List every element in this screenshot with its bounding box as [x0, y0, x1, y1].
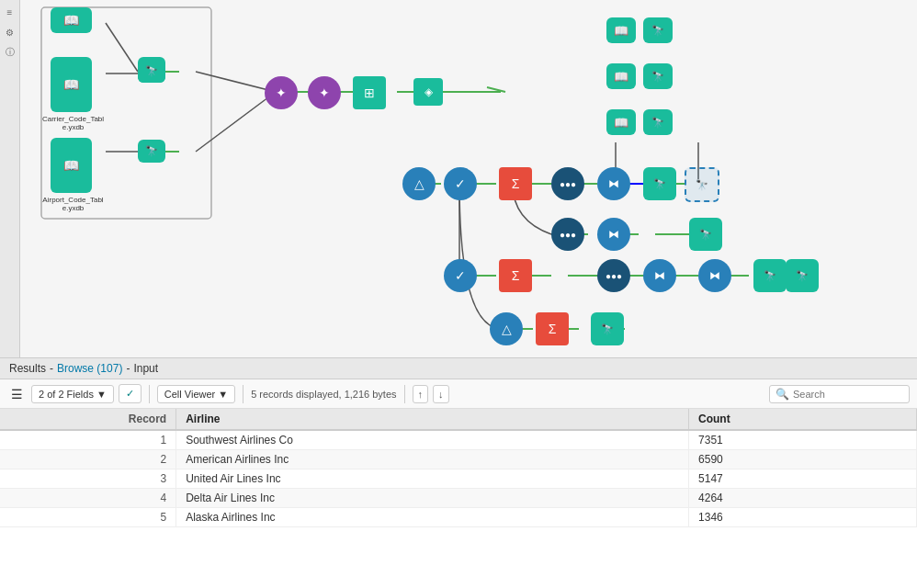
cell-record-5: 5 — [0, 508, 176, 527]
toolbar-left: ☰ 2 of 2 Fields ▼ ✓ Cell Viewer ▼ 5 reco… — [7, 384, 764, 403]
results-panel: Results - Browse (107) - Input ☰ 2 of 2 … — [0, 358, 917, 588]
node-browse-r3[interactable]: 🔭 — [643, 109, 673, 135]
search-input[interactable] — [793, 389, 903, 400]
col-header-count[interactable]: Count — [689, 409, 917, 430]
cell-count-5: 1346 — [689, 508, 917, 527]
separator-3 — [404, 385, 405, 403]
search-box: 🔍 — [769, 385, 910, 403]
node-filter-2[interactable]: ✓ — [444, 259, 477, 292]
table-row[interactable]: 4 Delta Air Lines Inc 4264 — [0, 489, 917, 508]
node-file-top[interactable]: 📖 — [51, 7, 92, 33]
table-row[interactable]: 5 Alaska Airlines Inc 1346 — [0, 508, 917, 527]
cell-record-2: 2 — [0, 450, 176, 469]
results-separator: - — [50, 362, 53, 375]
col-header-record[interactable]: Record — [0, 409, 176, 430]
node-browse-r5[interactable]: 🔭 — [689, 218, 722, 251]
node-summarize-2[interactable]: Σ — [499, 259, 532, 292]
menu-icon[interactable]: ≡ — [3, 5, 17, 19]
cell-count-1: 7351 — [689, 430, 917, 450]
node-cols-2[interactable]: ⧓ — [597, 218, 630, 251]
separator-2 — [243, 385, 243, 403]
cell-airline-3: United Air Lines Inc — [176, 469, 689, 489]
table-header: Record Airline Count — [0, 409, 917, 430]
cell-viewer-label: Cell Viewer — [164, 389, 215, 400]
table-row[interactable]: 2 American Airlines Inc 6590 — [0, 450, 917, 469]
results-separator2: - — [126, 362, 130, 375]
node-browse-r2[interactable]: 🔭 — [643, 63, 673, 89]
node-summarize-3[interactable]: Σ — [536, 312, 569, 345]
node-browse-r1[interactable]: 🔭 — [643, 17, 673, 43]
node-filter-1[interactable]: ✓ — [444, 167, 477, 200]
cell-record-4: 4 — [0, 489, 176, 508]
cell-airline-2: American Airlines Inc — [176, 450, 689, 469]
records-info: 5 records displayed, 1,216 bytes — [251, 389, 396, 400]
svg-line-1 — [106, 23, 138, 72]
node-book-r3[interactable]: 📖 — [606, 109, 636, 135]
results-header: Results - Browse (107) - Input — [0, 358, 917, 379]
search-icon: 🔍 — [775, 388, 789, 401]
node-cols-3[interactable]: ⧓ — [643, 259, 676, 292]
node-airport-file[interactable]: 📖 — [51, 138, 92, 193]
separator-1 — [149, 385, 150, 403]
col-header-airline[interactable]: Airline — [176, 409, 689, 430]
node-browse-r4[interactable]: 🔭 — [643, 167, 676, 200]
check-icon: ✓ — [126, 388, 134, 400]
node-cols-4[interactable]: ⧓ — [698, 259, 731, 292]
svg-line-6 — [196, 72, 276, 92]
left-sidebar: ≡ ⚙ ⓘ — [0, 0, 20, 357]
node-selected[interactable]: 🔭 — [685, 167, 719, 202]
node-browse-r7[interactable]: 🔭 — [786, 259, 819, 292]
results-toolbar: ☰ 2 of 2 Fields ▼ ✓ Cell Viewer ▼ 5 reco… — [0, 379, 917, 409]
node-append-3[interactable]: ●●● — [597, 259, 630, 292]
node-airport-label: Airport_Code_Table.yxdb — [39, 196, 108, 212]
results-title: Results — [9, 362, 46, 375]
cell-count-3: 5147 — [689, 469, 917, 489]
cell-viewer-arrow: ▼ — [218, 389, 228, 400]
settings-icon[interactable]: ⚙ — [3, 25, 17, 40]
cell-count-2: 6590 — [689, 450, 917, 469]
node-formula-2[interactable]: △ — [490, 312, 523, 345]
node-append-1[interactable]: ●●● — [551, 167, 584, 200]
node-append-2[interactable]: ●●● — [551, 218, 584, 251]
node-browse-airport[interactable]: 🔭 — [138, 140, 165, 163]
workflow-canvas: ≡ ⚙ ⓘ — [0, 0, 917, 358]
data-table: Record Airline Count 1 Southwest Airline… — [0, 409, 917, 588]
node-join-1[interactable]: ✦ — [265, 76, 298, 109]
fields-dropdown[interactable]: 2 of 2 Fields ▼ — [31, 385, 114, 403]
node-select[interactable]: ◈ — [413, 78, 443, 106]
fields-label: 2 of 2 Fields — [39, 389, 94, 400]
table-body: 1 Southwest Airlines Co 7351 2 American … — [0, 430, 917, 527]
node-join-2[interactable]: ✦ — [308, 76, 341, 109]
node-carrier-file[interactable]: 📖 — [51, 57, 92, 112]
browse-label: Browse (107) — [57, 362, 122, 375]
menu-button[interactable]: ☰ — [7, 385, 27, 403]
dropdown-arrow: ▼ — [96, 389, 107, 400]
node-table[interactable]: ⊞ — [353, 76, 386, 109]
sort-up-button[interactable]: ↑ — [413, 385, 429, 403]
node-book-r2[interactable]: 📖 — [606, 63, 636, 89]
cell-viewer-dropdown[interactable]: Cell Viewer ▼ — [157, 385, 235, 403]
cell-airline-5: Alaska Airlines Inc — [176, 508, 689, 527]
node-browse-r6[interactable]: 🔭 — [753, 259, 787, 292]
table-row[interactable]: 1 Southwest Airlines Co 7351 — [0, 430, 917, 450]
node-book-r1[interactable]: 📖 — [606, 17, 636, 43]
cell-count-4: 4264 — [689, 489, 917, 508]
cell-record-3: 3 — [0, 469, 176, 489]
toolbar-right: 🔍 — [769, 385, 910, 403]
node-cols-1[interactable]: ⧓ — [597, 167, 630, 200]
node-browse-carrier[interactable]: 🔭 — [138, 60, 165, 83]
node-browse-r8[interactable]: 🔭 — [591, 312, 624, 345]
node-summarize-1[interactable]: Σ — [499, 167, 532, 200]
node-formula-1[interactable]: △ — [402, 167, 436, 200]
sort-down-button[interactable]: ↓ — [433, 385, 449, 403]
results-table: Record Airline Count 1 Southwest Airline… — [0, 409, 917, 527]
cell-airline-1: Southwest Airlines Co — [176, 430, 689, 450]
header-row: Record Airline Count — [0, 409, 917, 430]
check-button[interactable]: ✓ — [119, 384, 142, 403]
svg-line-7 — [196, 92, 276, 152]
svg-line-13 — [487, 87, 505, 92]
table-row[interactable]: 3 United Air Lines Inc 5147 — [0, 469, 917, 489]
info-icon[interactable]: ⓘ — [3, 45, 17, 60]
cell-airline-4: Delta Air Lines Inc — [176, 489, 689, 508]
input-label: Input — [133, 362, 158, 375]
